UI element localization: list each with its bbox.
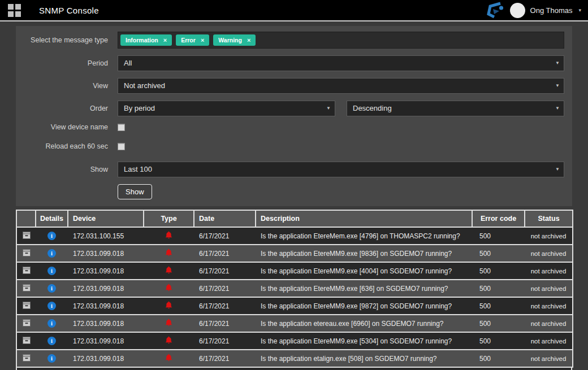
status-cell: not archived [525, 262, 573, 280]
error-code-cell: 500 [472, 315, 525, 332]
description-cell: Is the application EtereMM9.exe [9872] o… [256, 297, 472, 315]
select-arrow-icon: ▼ [555, 56, 560, 71]
status-cell: not archived [525, 332, 573, 350]
order-label: Order [16, 105, 118, 112]
date-cell: 6/17/2021 [194, 350, 256, 367]
date-cell: 6/17/2021 [194, 280, 256, 297]
view-select[interactable]: Not archived ▼ [118, 78, 564, 94]
error-code-cell: 500 [472, 280, 525, 297]
error-code-cell: 500 [472, 227, 525, 245]
col-device: Device [68, 210, 144, 227]
info-icon[interactable]: i [47, 267, 56, 275]
archive-icon[interactable] [23, 249, 31, 256]
description-cell: Is the application etereau.exe [6960] on… [256, 315, 472, 332]
alert-bell-icon [165, 354, 172, 362]
col-description: Description [256, 210, 472, 227]
info-icon[interactable]: i [47, 319, 56, 328]
table-row: i 172.031.099.018 6/17/2021 Is the appli… [16, 315, 573, 332]
status-cell: not archived [525, 280, 573, 297]
table-row: i 172.031.099.018 6/17/2021 Is the appli… [16, 280, 573, 297]
table-row: i 172.031.099.018 6/17/2021 Is the appli… [16, 262, 573, 280]
archive-icon[interactable] [23, 232, 31, 239]
show-button[interactable]: Show [118, 184, 152, 199]
info-icon[interactable]: i [47, 284, 56, 293]
device-cell: 172.031.099.018 [68, 332, 144, 350]
archive-icon[interactable] [23, 354, 31, 362]
select-arrow-icon: ▼ [555, 79, 560, 93]
remove-tag-icon[interactable]: × [247, 37, 250, 43]
alert-bell-icon [165, 249, 172, 256]
table-row: i 172.031.100.155 6/17/2021 Is the appli… [16, 227, 573, 245]
period-select[interactable]: All ▼ [118, 55, 564, 71]
chevron-down-icon[interactable]: ▾ [578, 7, 581, 13]
device-cell: 172.031.099.018 [68, 297, 144, 315]
device-cell: 172.031.099.018 [68, 350, 144, 367]
page-title: SNMP Console [39, 6, 99, 15]
error-code-cell: 500 [472, 297, 525, 315]
alert-bell-icon [165, 284, 172, 291]
error-code-cell: 500 [472, 332, 525, 350]
archive-icon[interactable] [23, 337, 31, 344]
archive-icon[interactable] [23, 319, 31, 327]
table-row: i 172.031.099.018 6/17/2021 Is the appli… [16, 297, 573, 315]
device-cell: 172.031.099.018 [68, 262, 144, 280]
description-cell: Is the application EtereMM9.exe [5304] o… [256, 332, 472, 350]
order-direction-select[interactable]: Descending ▼ [347, 101, 564, 116]
device-cell: 172.031.099.018 [68, 245, 144, 262]
view-device-name-checkbox[interactable] [118, 124, 125, 131]
filter-panel: Select the message type Information × Er… [16, 26, 572, 206]
archive-icon[interactable] [23, 284, 31, 291]
select-arrow-icon: ▼ [326, 101, 331, 116]
message-type-label: Select the message type [16, 36, 118, 44]
device-cell: 172.031.099.018 [68, 280, 144, 297]
archive-icon[interactable] [23, 267, 31, 274]
info-icon[interactable]: i [47, 337, 56, 345]
col-status: Status [525, 210, 573, 227]
info-icon[interactable]: i [47, 232, 56, 240]
date-cell: 6/17/2021 [194, 297, 256, 315]
alert-bell-icon [165, 266, 172, 274]
tag-error: Error × [176, 34, 209, 46]
date-cell: 6/17/2021 [194, 245, 256, 262]
error-code-cell: 500 [472, 262, 525, 280]
view-label: View [16, 82, 118, 90]
alert-bell-icon [165, 319, 172, 327]
status-cell: not archived [525, 245, 573, 262]
next-row-cutoff [16, 368, 572, 370]
device-cell: 172.031.100.155 [68, 227, 144, 245]
date-cell: 6/17/2021 [194, 262, 256, 280]
alert-bell-icon [165, 301, 172, 309]
remove-tag-icon[interactable]: × [163, 37, 167, 43]
error-code-cell: 500 [472, 245, 525, 262]
view-device-name-label: View device name [16, 123, 118, 131]
user-avatar[interactable] [510, 3, 525, 18]
col-details: Details [36, 210, 68, 227]
info-icon[interactable]: i [47, 302, 56, 310]
description-cell: Is the application EtereMM9.exe [4004] o… [256, 262, 472, 280]
table-row: i 172.031.099.018 6/17/2021 Is the appli… [16, 332, 573, 350]
description-cell: Is the application EtereMM9.exe [9836] o… [256, 245, 472, 262]
date-cell: 6/17/2021 [194, 315, 256, 332]
description-cell: Is the application etalign.exe [508] on … [256, 350, 472, 367]
col-date: Date [194, 210, 256, 227]
apps-grid-icon[interactable] [8, 4, 21, 17]
message-type-multiselect[interactable]: Information × Error × Warning × [118, 32, 564, 49]
top-bar: SNMP Console Ong Thomas ▾ [0, 0, 588, 21]
show-count-select[interactable]: Last 100 ▼ [118, 162, 564, 177]
user-name[interactable]: Ong Thomas [530, 6, 573, 15]
table-row: i 172.031.099.018 6/17/2021 Is the appli… [16, 350, 573, 367]
info-icon[interactable]: i [47, 354, 56, 363]
info-icon[interactable]: i [47, 249, 56, 258]
etere-logo-icon [486, 2, 505, 19]
reload-checkbox[interactable] [118, 143, 125, 150]
table-row: i 172.031.099.018 6/17/2021 Is the appli… [16, 245, 573, 262]
archive-icon[interactable] [23, 302, 31, 309]
col-error-code: Error code [472, 210, 525, 227]
alert-bell-icon [165, 231, 172, 239]
status-cell: not archived [525, 350, 573, 367]
tag-warning: Warning × [213, 34, 256, 46]
order-by-select[interactable]: By period ▼ [118, 101, 335, 116]
description-cell: Is the application EtereMM9.exe [636] on… [256, 280, 472, 297]
remove-tag-icon[interactable]: × [201, 37, 204, 43]
date-cell: 6/17/2021 [194, 332, 256, 350]
